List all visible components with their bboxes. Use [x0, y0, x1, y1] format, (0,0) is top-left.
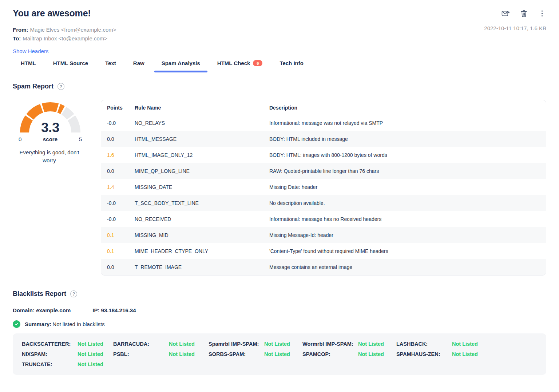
rule-name: T_SCC_BODY_TEXT_LINE	[129, 195, 263, 211]
summary-label: Summary:	[25, 321, 51, 327]
spam-report-body: 3.3 0 score 5 Everything is good, don't …	[13, 100, 546, 276]
gauge-score-value: 3.3	[20, 120, 80, 135]
spam-report-heading-row: Spam Report ?	[13, 83, 546, 90]
blacklist-entry: NIXSPAM: Not Listed	[22, 351, 113, 357]
table-row: 0.1 MIME_HEADER_CTYPE_ONLY 'Content-Type…	[101, 243, 546, 259]
forward-email-button[interactable]	[501, 9, 510, 17]
blacklist-entry: LASHBACK: Not Listed	[396, 341, 537, 347]
rule-points: 0.1	[101, 243, 129, 259]
tab-badge: 6	[253, 60, 262, 66]
spam-rules-table: Points Rule Name Description -0.0 NO_REL…	[101, 100, 546, 275]
table-row: 1.4 MISSING_DATE Missing Date: header	[101, 179, 546, 195]
rule-points: 0.0	[101, 131, 129, 147]
to-label: To:	[13, 35, 21, 41]
tab[interactable]: Tech Info	[280, 60, 304, 72]
blacklist-name: BACKSCATTERER:	[22, 341, 78, 347]
help-icon[interactable]: ?	[70, 290, 77, 297]
message-header-right: 2022-10-11 10:17, 1.6 KB	[484, 7, 546, 31]
table-row: -0.0 T_SCC_BODY_TEXT_LINE No description…	[101, 195, 546, 211]
rule-description: No description available.	[263, 195, 546, 211]
table-row: 0.0 HTML_MESSAGE BODY: HTML included in …	[101, 131, 546, 147]
rule-points: -0.0	[101, 195, 129, 211]
blacklist-name: PSBL:	[113, 351, 169, 357]
blacklist-entry: BARRACUDA: Not Listed	[113, 341, 209, 347]
rule-points: -0.0	[101, 115, 129, 131]
message-view-page: You are awesome! From:Magic Elves <from@…	[0, 0, 559, 375]
blacklist-name: TRUNCATE:	[22, 361, 78, 368]
blacklist-status: Not Listed	[78, 351, 103, 357]
gauge-min-label: 0	[19, 136, 21, 142]
message-actions	[501, 9, 546, 17]
blacklist-entry: SORBS-SPAM: Not Listed	[209, 351, 302, 357]
more-options-icon	[538, 9, 546, 18]
column-header-points: Points	[101, 100, 129, 115]
tab[interactable]: HTML Check 6	[217, 60, 263, 72]
tab[interactable]: Text	[105, 60, 116, 72]
blacklists-summary-row: Summary:Not listed in blacklists	[13, 320, 546, 328]
blacklist-status: Not Listed	[78, 341, 103, 347]
rule-points: 0.1	[101, 227, 129, 243]
tab[interactable]: HTML	[21, 60, 36, 72]
rule-description: RAW: Quoted-printable line longer than 7…	[263, 163, 546, 179]
blacklist-name: SPAMCOP:	[302, 351, 358, 357]
tab[interactable]: Raw	[133, 60, 144, 72]
blacklists-ip: IP: 93.184.216.34	[92, 307, 136, 313]
blacklists-heading-row: Blacklists Report ?	[13, 290, 546, 298]
blacklist-entry: SPAMHAUS-ZEN: Not Listed	[396, 351, 537, 357]
blacklist-entry: Spamrbl IMP-SPAM: Not Listed	[209, 341, 302, 347]
blacklist-name: NIXSPAM:	[22, 351, 78, 357]
more-options-button[interactable]	[538, 9, 546, 17]
check-icon	[14, 322, 19, 326]
rule-name: NO_RELAYS	[129, 115, 263, 131]
rule-points: 1.6	[101, 147, 129, 163]
rule-description: Missing Message-Id: header	[263, 227, 546, 243]
blacklists-grid: BACKSCATTERER: Not Listed BARRACUDA: Not…	[13, 333, 546, 375]
tab[interactable]: Spam Analysis	[162, 60, 200, 72]
blacklist-status: Not Listed	[169, 351, 195, 357]
blacklist-status: Not Listed	[78, 361, 103, 368]
blacklists-report-section: Blacklists Report ? Domain: example.com …	[13, 290, 546, 375]
blacklist-status: Not Listed	[452, 351, 478, 357]
blacklist-entry: SPAMCOP: Not Listed	[302, 351, 396, 357]
blacklist-status: Not Listed	[264, 351, 290, 357]
to-value: Mailtrap Inbox <to@example.com>	[23, 35, 107, 41]
blacklist-name: SORBS-SPAM:	[209, 351, 264, 357]
column-header-description: Description	[263, 100, 546, 115]
blacklist-status: Not Listed	[358, 341, 384, 347]
rule-description: Message contains an external image	[263, 259, 546, 275]
delete-button[interactable]	[520, 9, 528, 17]
table-row: -0.0 NO_RECEIVED Informational: message …	[101, 211, 546, 227]
table-row: 0.0 T_REMOTE_IMAGE Message contains an e…	[101, 259, 546, 275]
page-title: You are awesome!	[13, 8, 116, 19]
rule-points: 1.4	[101, 179, 129, 195]
rule-name: MISSING_MID	[129, 227, 263, 243]
rule-name: HTML_IMAGE_ONLY_12	[129, 147, 263, 163]
show-headers-link[interactable]: Show Headers	[13, 48, 48, 54]
blacklist-name: LASHBACK:	[396, 341, 452, 347]
blacklist-name: Wormrbl IMP-SPAM:	[302, 341, 358, 347]
tab-bar: HTML HTML Source Text Raw Spam Analysis	[13, 60, 546, 72]
blacklist-entry: BACKSCATTERER: Not Listed	[22, 341, 113, 347]
rule-points: 0.0	[101, 163, 129, 179]
tab-label: HTML Check	[217, 60, 250, 66]
rule-description: Informational: message has no Received h…	[263, 211, 546, 227]
spam-report-section: Spam Report ? 3.3 0 score 5 Everything i…	[13, 83, 546, 276]
column-header-rule-name: Rule Name	[129, 100, 263, 115]
blacklists-heading: Blacklists Report	[13, 290, 66, 298]
blacklist-entry: PSBL: Not Listed	[113, 351, 209, 357]
rule-points: 0.0	[101, 259, 129, 275]
tab-label: HTML Source	[53, 60, 88, 66]
help-icon[interactable]: ?	[58, 83, 64, 90]
rule-name: MISSING_DATE	[129, 179, 263, 195]
gauge: 3.3	[20, 102, 80, 133]
spam-report-heading: Spam Report	[13, 83, 53, 90]
summary-value: Not listed in blacklists	[52, 321, 104, 327]
rule-description: BODY: HTML: images with 800-1200 bytes o…	[263, 147, 546, 163]
tab[interactable]: HTML Source	[53, 60, 88, 72]
from-line: From:Magic Elves <from@example.com>	[13, 27, 116, 33]
from-value: Magic Elves <from@example.com>	[30, 27, 116, 33]
blacklist-name: BARRACUDA:	[113, 341, 169, 347]
tab-label: Spam Analysis	[162, 60, 200, 66]
tab-label: Tech Info	[280, 60, 304, 66]
table-row: 1.6 HTML_IMAGE_ONLY_12 BODY: HTML: image…	[101, 147, 546, 163]
